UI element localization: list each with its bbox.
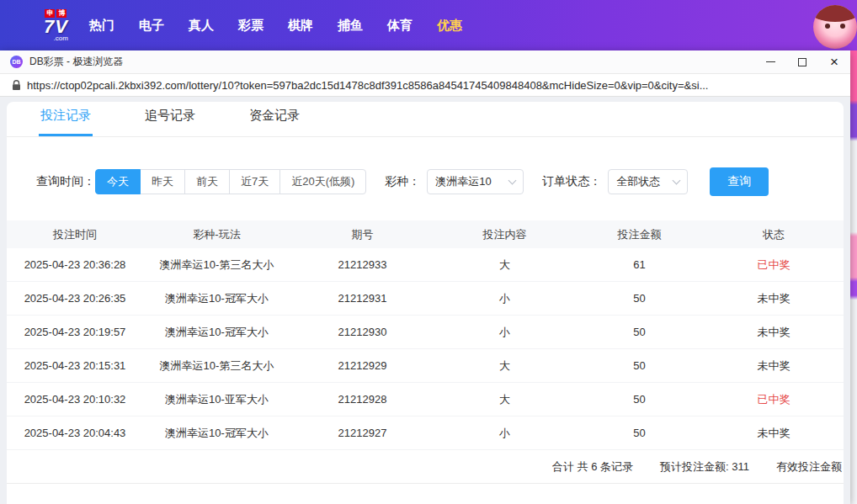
lock-icon xyxy=(12,80,21,91)
status-cell: 未中奖 xyxy=(704,291,844,306)
lottery-filter-label: 彩种： xyxy=(385,174,420,189)
chevron-down-icon xyxy=(508,176,517,184)
cell-bet-content: 小 xyxy=(434,426,575,441)
cell-lottery-play: 澳洲幸运10-冠军大小 xyxy=(143,426,290,441)
col-lottery-play: 彩种-玩法 xyxy=(143,227,290,242)
col-bet-time: 投注时间 xyxy=(7,227,143,242)
window-controls: × xyxy=(754,50,850,74)
title-bar: DB DB彩票 - 极速浏览器 × xyxy=(0,50,850,74)
nav-item-hot[interactable]: 热门 xyxy=(89,18,114,34)
table-row: 2025-04-23 20:10:32 澳洲幸运10-亚军大小 21212928… xyxy=(7,383,844,416)
nav-item-sports[interactable]: 体育 xyxy=(387,18,413,34)
cell-issue: 21212933 xyxy=(290,258,434,271)
status-cell: 未中奖 xyxy=(704,358,844,374)
cell-bet-time: 2025-04-23 20:36:28 xyxy=(7,258,143,271)
nav-item-lottery[interactable]: 彩票 xyxy=(238,18,263,34)
summary-bar: 合计 共 6 条记录 预计投注金额: 311 有效投注金额 xyxy=(7,450,844,484)
nav-item-live[interactable]: 真人 xyxy=(189,18,214,34)
tab-bar: 投注记录 追号记录 资金记录 xyxy=(7,102,844,137)
content-card: 投注记录 追号记录 资金记录 查询时间： 今天 昨天 前天 近7天 近20天(低… xyxy=(7,102,844,504)
browser-window: DB DB彩票 - 极速浏览器 × https://ctop02pcali.2k… xyxy=(0,50,850,504)
minimize-icon xyxy=(766,61,775,62)
cell-lottery-play: 澳洲幸运10-第三名大小 xyxy=(143,358,290,374)
site-nav: 申 博 7V .com 热门 电子 真人 彩票 棋牌 捕鱼 体育 优惠 xyxy=(0,0,857,50)
cell-bet-time: 2025-04-23 20:10:32 xyxy=(7,393,143,406)
status-select-value: 全部状态 xyxy=(616,174,660,189)
cell-bet-amount: 50 xyxy=(575,292,704,305)
table-row: 2025-04-23 20:19:57 澳洲幸运10-冠军大小 21212930… xyxy=(7,316,844,349)
table-row: 2025-04-23 20:26:35 澳洲幸运10-冠军大小 21212931… xyxy=(7,282,844,316)
col-bet-amount: 投注金额 xyxy=(575,227,704,242)
cell-bet-time: 2025-04-23 20:04:43 xyxy=(7,427,143,439)
status-filter-label: 订单状态： xyxy=(542,174,601,189)
nav-item-cards[interactable]: 棋牌 xyxy=(288,18,313,34)
lottery-select-value: 澳洲幸运10 xyxy=(435,174,491,189)
logo-suffix: .com xyxy=(54,35,68,42)
close-icon: × xyxy=(830,55,838,69)
maximize-button[interactable] xyxy=(786,50,818,74)
tab-fund-records[interactable]: 资金记录 xyxy=(248,108,301,136)
nav-item-promo[interactable]: 优惠 xyxy=(437,18,462,34)
cell-issue: 21212931 xyxy=(290,292,434,305)
table-row: 2025-04-23 20:15:31 澳洲幸运10-第三名大小 2121292… xyxy=(7,349,844,383)
nav-item-fishing[interactable]: 捕鱼 xyxy=(338,18,363,34)
status-cell: 未中奖 xyxy=(704,426,844,441)
col-bet-content: 投注内容 xyxy=(434,227,575,242)
cell-lottery-play: 澳洲幸运10-第三名大小 xyxy=(143,257,290,273)
cell-bet-time: 2025-04-23 20:15:31 xyxy=(7,359,143,372)
url-text[interactable]: https://ctop02pcali.2kbxi392.com/lottery… xyxy=(27,79,835,92)
lottery-select[interactable]: 澳洲幸运10 xyxy=(427,169,524,194)
time-option-today[interactable]: 今天 xyxy=(95,169,141,194)
avatar[interactable] xyxy=(813,5,857,49)
table-header: 投注时间 彩种-玩法 期号 投注内容 投注金额 状态 xyxy=(7,220,844,248)
cell-issue: 21212927 xyxy=(290,427,434,439)
status-select[interactable]: 全部状态 xyxy=(608,169,688,194)
summary-valid-amount: 有效投注金额 xyxy=(776,459,842,475)
cell-lottery-play: 澳洲幸运10-冠军大小 xyxy=(143,291,290,306)
cell-issue: 21212928 xyxy=(290,393,434,406)
page-background: 投注记录 追号记录 资金记录 查询时间： 今天 昨天 前天 近7天 近20天(低… xyxy=(0,97,850,504)
logo-text: 7V xyxy=(44,19,68,35)
col-status: 状态 xyxy=(704,227,844,242)
cell-bet-amount: 50 xyxy=(575,393,704,406)
status-cell: 已中奖 xyxy=(704,257,844,273)
cell-bet-content: 小 xyxy=(434,325,575,340)
time-option-7days[interactable]: 近7天 xyxy=(229,169,280,194)
table-row: 2025-04-23 20:04:43 澳洲幸运10-冠军大小 21212927… xyxy=(7,416,844,450)
cell-lottery-play: 澳洲幸运10-冠军大小 xyxy=(143,325,290,340)
cell-bet-content: 大 xyxy=(434,257,575,273)
favicon-icon: DB xyxy=(10,56,23,68)
filter-bar: 查询时间： 今天 昨天 前天 近7天 近20天(低频) 彩种： 澳洲幸运10 订… xyxy=(36,167,844,196)
cell-bet-amount: 50 xyxy=(575,326,704,338)
cell-bet-amount: 50 xyxy=(575,359,704,372)
time-option-yesterday[interactable]: 昨天 xyxy=(140,169,185,194)
bet-records-table: 投注时间 彩种-玩法 期号 投注内容 投注金额 状态 2025-04-23 20… xyxy=(7,220,844,450)
query-button[interactable]: 查询 xyxy=(710,167,769,196)
summary-expected-amount: 预计投注金额: 311 xyxy=(660,459,749,475)
time-option-20days[interactable]: 近20天(低频) xyxy=(279,169,366,194)
cell-bet-content: 大 xyxy=(434,392,575,407)
address-bar[interactable]: https://ctop02pcali.2kbxi392.com/lottery… xyxy=(0,74,850,97)
nav-item-slots[interactable]: 电子 xyxy=(139,18,164,34)
minimize-button[interactable] xyxy=(754,50,786,74)
cell-bet-time: 2025-04-23 20:26:35 xyxy=(7,292,143,305)
table-row: 2025-04-23 20:36:28 澳洲幸运10-第三名大小 2121293… xyxy=(7,248,844,282)
cell-bet-amount: 50 xyxy=(575,427,704,439)
site-logo[interactable]: 申 博 7V .com xyxy=(44,9,68,42)
floating-widget-edge xyxy=(850,50,857,504)
window-title: DB彩票 - 极速浏览器 xyxy=(29,55,123,69)
close-button[interactable]: × xyxy=(818,50,850,74)
cell-bet-time: 2025-04-23 20:19:57 xyxy=(7,326,143,338)
cell-bet-content: 大 xyxy=(434,358,575,374)
site-nav-menu: 热门 电子 真人 彩票 棋牌 捕鱼 体育 优惠 xyxy=(89,18,462,34)
tab-bet-records[interactable]: 投注记录 xyxy=(39,108,93,136)
status-cell: 已中奖 xyxy=(704,392,844,407)
tab-chase-records[interactable]: 追号记录 xyxy=(143,108,197,136)
chevron-down-icon xyxy=(673,176,681,184)
maximize-icon xyxy=(798,58,806,66)
time-option-day-before[interactable]: 前天 xyxy=(184,169,230,194)
summary-total: 合计 共 6 条记录 xyxy=(552,459,633,475)
col-issue: 期号 xyxy=(290,227,434,242)
cell-issue: 21212930 xyxy=(290,326,434,338)
cell-bet-amount: 61 xyxy=(575,258,704,271)
